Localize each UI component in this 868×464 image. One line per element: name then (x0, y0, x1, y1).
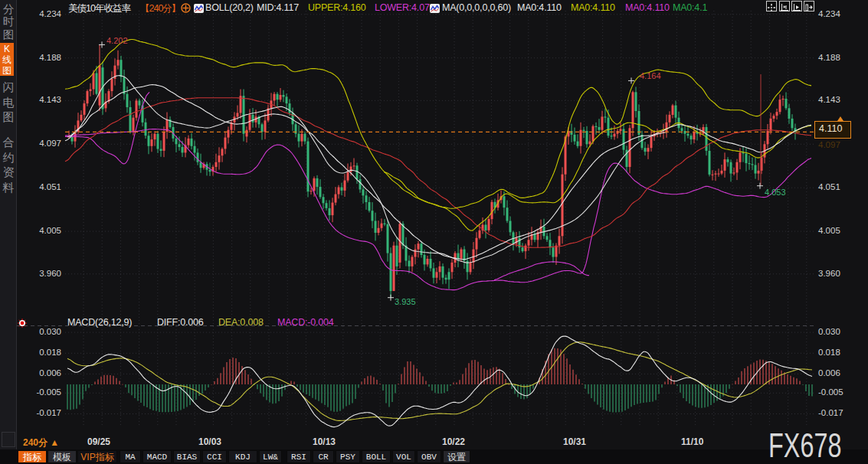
svg-text:4.053: 4.053 (765, 188, 786, 197)
svg-text:4.164: 4.164 (640, 71, 661, 80)
svg-text:4.202: 4.202 (106, 36, 128, 45)
svg-text:3.935: 3.935 (395, 297, 416, 306)
